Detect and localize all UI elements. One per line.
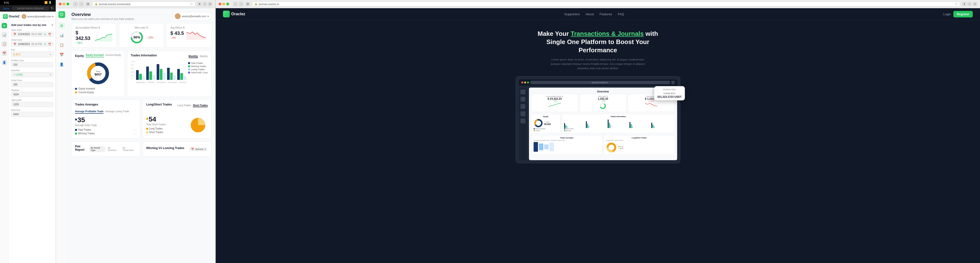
mockup-wins-value: 1,332.33: [582, 97, 624, 100]
reload-icon[interactable]: ↻: [191, 2, 193, 6]
iphone-time: 9:41: [4, 1, 9, 4]
landing-url-bar[interactable]: 🔒 journal.oraclez.io ↻: [252, 2, 960, 6]
sidebar-item-calendar[interactable]: 📅: [2, 51, 7, 56]
open-date-input[interactable]: 📅 12/24/2022 04:17 AM AI ⏰: [11, 32, 53, 37]
landing-new-tab-icon[interactable]: +: [967, 2, 972, 6]
nav-link-about[interactable]: About: [585, 12, 594, 16]
sidebar-item-user2[interactable]: 👤: [58, 61, 65, 68]
ls-legend-long: Long Trades: [146, 127, 166, 130]
month-selector[interactable]: 📅 January ▾: [189, 147, 208, 151]
pair-value: BTC: [16, 53, 21, 56]
tab-equity-invested[interactable]: Equity Invested: [86, 54, 103, 57]
direction-select[interactable]: ↗ LONG ▾: [11, 72, 53, 77]
tab-losing[interactable]: Average Losing Trade: [105, 110, 129, 114]
iphone-sidebar-layout: ⊞ 📊 📋 📅 👤 Add your trades one by one + O…: [0, 21, 56, 263]
minimize-window-btn[interactable]: [63, 3, 65, 5]
tab-long-trades[interactable]: Long Trades: [177, 104, 191, 107]
close-window-btn[interactable]: [59, 3, 62, 5]
landing-back-btn[interactable]: ‹: [233, 2, 238, 6]
register-button[interactable]: Register: [953, 11, 973, 17]
landing-logo-text: Oraclez: [231, 12, 245, 16]
extensions-icon[interactable]: ⊡: [208, 2, 212, 6]
sidebar-item-chart2[interactable]: 📊: [58, 32, 65, 39]
pair-select[interactable]: ₿ BTC ▾: [11, 52, 53, 57]
landing-maximize-btn[interactable]: [226, 3, 229, 5]
nav-link-features[interactable]: Features: [600, 12, 612, 16]
traffic-lights: [59, 3, 69, 5]
mockup-bottom-avg: Trades Averages Average Profitable Trade…: [531, 135, 602, 155]
nav-link-faq[interactable]: FAQ: [618, 12, 624, 16]
landing-extensions-icon[interactable]: ⊡: [973, 2, 977, 6]
mockup-ls-title: Long/Short Trades: [606, 137, 673, 139]
landing-share-icon[interactable]: ⬆: [962, 2, 966, 6]
iphone-reload-icon[interactable]: ↻: [51, 6, 54, 11]
bar-nov: [157, 64, 165, 80]
month-sep: September: [136, 81, 145, 84]
btc-badge: ₿ BTC: [13, 53, 21, 56]
tab-monthly[interactable]: Monthly: [189, 55, 198, 58]
calendar-icon: 📅: [13, 33, 16, 36]
forward-button[interactable]: ›: [79, 2, 84, 6]
position-size-input[interactable]: 233: [11, 62, 53, 67]
bar-dec-winning: [170, 73, 173, 80]
sidebar-item-overview[interactable]: ⊞: [58, 22, 65, 29]
charts-row: Equity Equity Invested Current Equity: [72, 51, 212, 97]
back-button[interactable]: ‹: [73, 2, 78, 6]
mockup-avg-title: Trades Averages: [534, 137, 600, 139]
bar-dec-losing: [173, 76, 176, 80]
direction-label: Direction: [11, 69, 53, 71]
open-date-time: 04:17 AM: [32, 33, 41, 36]
exit-price-input[interactable]: 5443: [11, 112, 53, 117]
tab-current-equity[interactable]: Current Equity: [105, 54, 121, 57]
iphone-left-nav: ⊞ 📊 📋 📅 👤: [0, 21, 9, 263]
sidebar-item-grid[interactable]: ⊞: [2, 23, 7, 28]
iphone-user-info[interactable]: A assesx@arxwalls.com ▾: [22, 14, 54, 19]
ai-badge-2: AI: [43, 43, 47, 46]
login-link[interactable]: Login: [943, 12, 951, 16]
sidebar-item-journal[interactable]: 📋: [2, 41, 7, 47]
entry-price-input[interactable]: 320: [11, 82, 53, 87]
mockup-ls-legend: Long Short: [618, 146, 624, 149]
svg-marker-2: [95, 34, 112, 41]
equity-tabs: Equity Invested Current Equity: [86, 54, 121, 57]
close-date-input[interactable]: 📅 12/08/2022 05:18 PM AI ⏰: [11, 41, 53, 47]
stoploss-input[interactable]: 4234: [11, 92, 53, 97]
landing-reload-icon[interactable]: ↻: [955, 2, 958, 6]
sidebar-item-chart[interactable]: 📊: [2, 32, 7, 38]
tab-short-trades[interactable]: Short Trades: [193, 104, 208, 107]
share-icon[interactable]: ⬆: [197, 2, 202, 6]
mockup-long-dot: [618, 146, 619, 147]
landing-minimize-btn[interactable]: [223, 3, 225, 5]
landing-close-btn[interactable]: [219, 3, 221, 5]
bar-oct-winning: [150, 71, 152, 80]
tab-weekly[interactable]: Weekly: [200, 55, 208, 58]
acc-return-value: $ 342.53: [76, 30, 92, 41]
new-tab-icon[interactable]: +: [203, 2, 207, 6]
maximize-window-btn[interactable]: [67, 3, 69, 5]
avg-legend-total-dash: —: [134, 128, 137, 131]
mini-bar-g1: [564, 123, 585, 128]
tab-result-type[interactable]: By Result Type: [89, 146, 105, 152]
tab-timeframe[interactable]: By TimeFrame: [121, 146, 137, 152]
nav-link-supporters[interactable]: Supporters: [564, 12, 580, 16]
mockup-sidebar-i4: [520, 119, 525, 124]
landing-forward-btn[interactable]: ›: [239, 2, 243, 6]
dashboard-url-bar[interactable]: 🔒 journal.oraclez.io/overview ↻: [92, 2, 196, 6]
mini-bar-g5: [651, 123, 673, 128]
iphone-url-bar[interactable]: journal.oraclez.io/journal: [12, 6, 49, 10]
sidebar-item-user[interactable]: 👤: [2, 60, 7, 65]
add-icon[interactable]: +: [51, 23, 53, 27]
sidebar-item-calendar2[interactable]: 📅: [58, 51, 65, 58]
take-profit-input[interactable]: 1233: [11, 102, 53, 107]
trend-icon: ↗: [13, 73, 15, 76]
sidebar-item-journal2[interactable]: 📋: [58, 41, 65, 48]
tab-direction[interactable]: By Direction: [107, 146, 120, 152]
iphone-panel: 9:41 📶 🔋 Done journal.oraclez.io/journal…: [0, 0, 56, 263]
header-user-info[interactable]: assesx@arxwalls.com ▾: [172, 12, 212, 20]
iphone-done-btn[interactable]: Done: [2, 6, 10, 10]
bar-oct-losing: [153, 75, 155, 80]
tab-profitable[interactable]: Average Profitable Trade: [75, 110, 103, 114]
trades-legend: Total Trades Winning Trades Losing Trade…: [188, 62, 208, 84]
mockup-sidebar-logo: [520, 90, 525, 94]
url-text: journal.oraclez.io/overview: [99, 3, 130, 6]
